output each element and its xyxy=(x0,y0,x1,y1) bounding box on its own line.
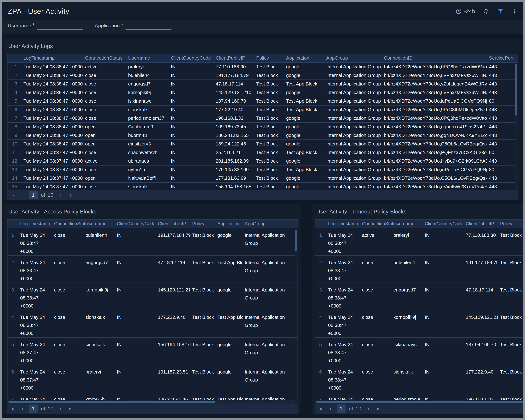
application-input[interactable] xyxy=(125,22,171,30)
cell-client-public-ip: 201.185.162.89 xyxy=(214,157,254,165)
refresh-button[interactable] xyxy=(483,8,489,15)
cell-client-public-ip: 179.105.33.169 xyxy=(214,165,254,174)
cell-client-country-code: IN xyxy=(169,97,214,105)
cell-service-port: 443 xyxy=(487,88,518,97)
table-row: 12 Tue May 24 08:37:47 +0000 active ubir… xyxy=(8,157,518,165)
column-header[interactable]: LogTimestamp xyxy=(22,54,83,63)
table-row: 4 Tue May 24 08:38:47 +0000 close kornop… xyxy=(8,88,518,97)
first-page-button[interactable]: « xyxy=(8,190,18,200)
vertical-scrollbar-track[interactable] xyxy=(515,63,518,190)
cell-client-country-code: IN xyxy=(115,338,156,365)
cell-client-country-code: IN xyxy=(169,165,214,174)
column-header[interactable]: ClientCountryCode xyxy=(423,219,464,228)
cell-client-public-ip: 177.222.9.40 xyxy=(464,365,498,392)
current-page-indicator[interactable]: 1 xyxy=(29,191,38,199)
column-header[interactable]: ClientPublicIP xyxy=(464,219,498,228)
vertical-scrollbar-thumb[interactable] xyxy=(295,230,297,251)
cell-log-timestamp: Tue May 24 08:38:47 +0000 xyxy=(22,114,83,122)
cell-application: google xyxy=(216,283,243,310)
horizontal-scrollbar-track[interactable] xyxy=(7,400,295,404)
cell-service-port: 443 xyxy=(487,174,518,183)
row-number: 3 xyxy=(315,283,326,310)
column-header-label: ConnectionStatus xyxy=(85,55,122,61)
cell-connection-status: active xyxy=(83,157,126,165)
cell-log-timestamp: Tue May 24 08:38:47 +0000 xyxy=(326,365,360,392)
vertical-scrollbar-thumb[interactable] xyxy=(515,64,517,116)
column-header[interactable]: Policy xyxy=(254,54,284,63)
column-header[interactable]: ClientCountryCode xyxy=(169,54,214,63)
horizontal-scrollbar-thumb[interactable] xyxy=(8,401,215,403)
cell-policy: Test Block xyxy=(190,310,216,338)
cell-app-group: Internal Application Group xyxy=(243,310,298,338)
prev-page-button[interactable]: ‹ xyxy=(18,190,27,200)
cell-client-public-ip: 77.110.188.30 xyxy=(464,228,498,256)
column-header[interactable]: Application xyxy=(216,219,243,228)
cell-app-group: Internal Application Group xyxy=(325,131,382,140)
next-page-button[interactable]: › xyxy=(56,404,66,414)
cell-policy: Test Block xyxy=(254,88,284,97)
column-header[interactable]: ConnectionID xyxy=(382,54,487,63)
column-header[interactable]: LogTimestamp xyxy=(19,219,52,228)
column-header[interactable]: ClientPublicIP xyxy=(214,54,254,63)
total-pages: 10 xyxy=(48,192,53,198)
column-header[interactable]: Policy xyxy=(498,219,523,228)
cell-connection-id: b4/pz4XDT2eWoqY73oUo,HyBo9+G2rk091ChABS8… xyxy=(382,157,487,165)
first-page-button[interactable]: « xyxy=(316,404,326,414)
cell-client-country-code: IN xyxy=(115,283,156,310)
cell-app-group: Internal Application Group xyxy=(325,114,382,122)
column-header[interactable]: Policy xyxy=(190,219,216,228)
column-header[interactable]: LogTimestamp xyxy=(326,219,360,228)
current-page-indicator[interactable]: 1 xyxy=(337,404,346,413)
time-range-button[interactable]: -24h xyxy=(455,8,475,15)
last-page-button[interactable]: » xyxy=(66,190,75,200)
cell-client-public-ip: 187.94.169.70 xyxy=(214,97,254,105)
column-header[interactable]: ConnectionStatus xyxy=(52,219,84,228)
table-row: 5 Tue May 24 08:38:47 +0000 close isikin… xyxy=(315,338,523,365)
table-row: 1 Tue May 24 08:38:47 +0000 close bulehi… xyxy=(8,228,298,256)
filter-button[interactable] xyxy=(497,8,504,15)
cell-policy: Test Block xyxy=(254,80,284,88)
column-header[interactable]: AppGroup xyxy=(243,219,298,228)
cell-log-timestamp: Tue May 24 08:38:47 +0000 xyxy=(22,122,83,131)
cell-service-port: 80 xyxy=(487,148,518,157)
cell-username: periodismoiem37 xyxy=(126,114,169,122)
column-header[interactable]: Username xyxy=(392,219,423,228)
cell-service-port: 443 xyxy=(487,105,518,114)
column-header-label: Username xyxy=(128,55,150,61)
cell-connection-id: b4/pz4XDT2eWoqY73oUo,vZbILlogegBAWCdRyVJ… xyxy=(382,80,487,88)
row-number: 11 xyxy=(8,148,22,157)
horizontal-scrollbar-track[interactable] xyxy=(315,400,523,404)
cell-client-public-ip: 156.194.158.165 xyxy=(214,183,254,190)
column-header[interactable]: ConnectionStatus xyxy=(83,54,126,63)
cell-username: sionskalk xyxy=(392,365,423,392)
last-page-button[interactable]: » xyxy=(66,404,75,414)
cell-connection-id: b4/pz4XDT2eWoqY73oUo,gqNDOV+uKA9YBrZqmrd… xyxy=(382,131,487,140)
column-header[interactable]: AppGroup xyxy=(325,54,382,63)
column-header[interactable]: Username xyxy=(126,54,169,63)
username-input[interactable] xyxy=(37,22,83,30)
next-page-button[interactable]: › xyxy=(364,404,373,414)
timeout-table-header-row: LogTimestampConnectionStatusUsernameClie… xyxy=(315,219,523,228)
first-page-button[interactable]: « xyxy=(8,404,18,414)
cell-connection-status: close xyxy=(360,256,392,283)
prev-page-button[interactable]: ‹ xyxy=(326,404,335,414)
panel-title-timeout-policy-blocks: User Activity - Timeout Policy Blocks xyxy=(316,209,523,215)
vertical-scrollbar-track[interactable] xyxy=(295,228,298,261)
next-page-button[interactable]: › xyxy=(56,190,66,200)
column-header-label: ClientPublicIP xyxy=(466,221,494,226)
kebab-menu-button[interactable] xyxy=(511,8,517,15)
horizontal-scrollbar-thumb[interactable] xyxy=(316,401,523,403)
table-row: 6 Tue May 24 08:38:47 +0000 close sionsk… xyxy=(315,365,523,392)
column-header[interactable]: Username xyxy=(84,219,115,228)
prev-page-button[interactable]: ‹ xyxy=(18,404,27,414)
column-header[interactable]: ClientCountryCode xyxy=(115,219,156,228)
column-header[interactable]: ServicePort xyxy=(487,54,518,63)
cell-client-country-code: IN xyxy=(169,80,214,88)
last-page-button[interactable]: » xyxy=(373,404,383,414)
cell-application: google xyxy=(284,140,325,148)
column-header[interactable]: ConnectionStatus xyxy=(360,219,392,228)
current-page-indicator[interactable]: 1 xyxy=(29,404,38,413)
row-number: 4 xyxy=(8,310,19,338)
column-header[interactable]: Application xyxy=(284,54,325,63)
column-header[interactable]: ClientPublicIP xyxy=(156,219,190,228)
